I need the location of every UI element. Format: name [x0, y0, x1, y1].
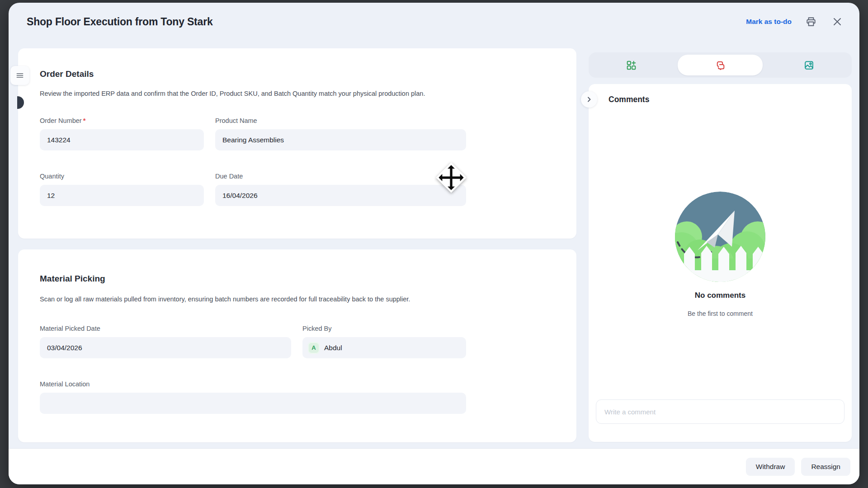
tab-fields[interactable]: [589, 52, 674, 78]
field-quantity: Quantity: [40, 172, 204, 206]
order-details-card: Order Details Review the imported ERP da…: [18, 48, 576, 239]
right-panel-tabs: [589, 52, 852, 78]
comments-icon: [715, 60, 726, 71]
image-icon: [803, 60, 815, 71]
field-product-name: Product Name: [215, 116, 466, 150]
field-due-date: Due Date: [215, 172, 466, 206]
avatar: A: [308, 342, 320, 354]
product-name-input[interactable]: [215, 129, 466, 150]
collapse-panel-button[interactable]: [581, 91, 597, 108]
no-comments-illustration: [675, 192, 765, 282]
picked-by-value: Abdul: [324, 344, 342, 352]
material-picking-card: Material Picking Scan or log all raw mat…: [18, 249, 576, 442]
field-material-picked-date: Material Picked Date: [40, 324, 291, 358]
material-picked-date-input[interactable]: [40, 337, 291, 358]
field-label: Due Date: [215, 172, 466, 181]
comments-title: Comments: [609, 95, 649, 104]
printer-icon: [805, 16, 817, 28]
field-label: Quantity: [40, 172, 204, 181]
mark-as-todo-link[interactable]: Mark as to-do: [746, 18, 792, 26]
modal-footer: Withdraw Reassign: [9, 449, 859, 484]
drag-handle-icon: [15, 71, 24, 80]
field-label: Order Number: [40, 117, 82, 124]
material-location-input[interactable]: [40, 393, 466, 414]
comments-panel: Comments: [589, 84, 852, 442]
field-picked-by: Picked By A Abdul: [302, 324, 466, 358]
section-title-order-details: Order Details: [40, 69, 94, 79]
empty-state-subtitle: Be the first to comment: [589, 310, 852, 317]
due-date-input[interactable]: [215, 185, 466, 206]
picked-by-input[interactable]: A Abdul: [302, 337, 466, 358]
tab-attachments[interactable]: [766, 52, 852, 78]
required-asterisk: *: [83, 117, 86, 124]
header-actions: Mark as to-do: [746, 3, 844, 41]
close-icon: [832, 16, 843, 27]
tab-comments[interactable]: [678, 55, 763, 75]
empty-state-title: No comments: [589, 291, 852, 300]
field-label: Material Picked Date: [40, 324, 291, 333]
order-number-input[interactable]: [40, 129, 204, 150]
print-button[interactable]: [804, 15, 818, 28]
field-label: Material Location: [40, 380, 466, 389]
field-order-number: Order Number*: [40, 116, 204, 150]
task-modal: Shop Floor Execution from Tony Stark Mar…: [9, 3, 859, 484]
field-label: Product Name: [215, 116, 466, 125]
modal-header: Shop Floor Execution from Tony Stark Mar…: [9, 3, 859, 41]
field-material-location: Material Location: [40, 380, 466, 414]
section-title-material-picking: Material Picking: [40, 274, 105, 284]
page-title: Shop Floor Execution from Tony Stark: [27, 16, 213, 28]
section-description: Scan or log all raw materials pulled fro…: [40, 296, 410, 303]
withdraw-button[interactable]: Withdraw: [746, 458, 795, 476]
section-description: Review the imported ERP data and confirm…: [40, 90, 425, 97]
chevron-right-icon: [585, 96, 593, 103]
field-label: Picked By: [302, 324, 466, 333]
comment-input[interactable]: [596, 399, 844, 424]
drag-handle[interactable]: [10, 66, 29, 85]
quantity-input[interactable]: [40, 185, 204, 206]
grid-plus-icon: [626, 60, 637, 71]
reassign-button[interactable]: Reassign: [801, 458, 850, 476]
close-button[interactable]: [830, 15, 844, 28]
